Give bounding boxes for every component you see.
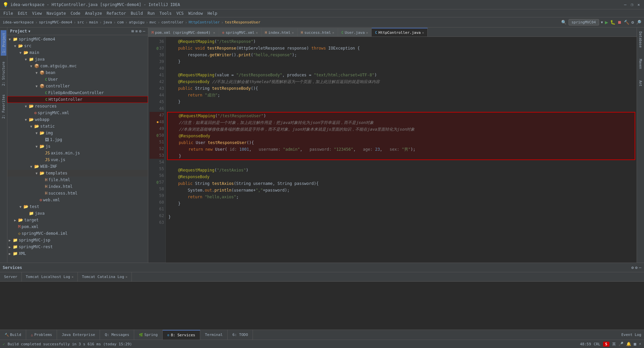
side-tab-database[interactable]: Database — [638, 29, 643, 50]
debug-button[interactable]: 🐛 — [610, 20, 615, 25]
nav-src[interactable]: src — [77, 20, 84, 24]
tree-item-springmvc-jsp[interactable]: ▶ 📁 springMVC-jsp — [7, 237, 148, 243]
project-tree[interactable]: ▼ 📁 springMVC-demo4 ▼ 📂 src ▼ 📂 main — [7, 35, 148, 263]
run-button[interactable]: ▶ — [605, 19, 608, 25]
tree-item-java[interactable]: ▼ 📁 java — [7, 56, 148, 63]
menu-edit[interactable]: Edit — [16, 10, 30, 16]
project-tool-expand[interactable]: ≡ — [135, 29, 138, 33]
menu-view[interactable]: View — [30, 10, 44, 16]
menu-run[interactable]: Run — [146, 10, 157, 16]
tree-item-pom-xml[interactable]: M pom.xml — [7, 223, 148, 230]
code-content-area[interactable]: @RequestMapping("/testResponse") public … — [166, 37, 637, 263]
app-tab-messages[interactable]: Q: Messages — [100, 330, 134, 340]
tab-close-icon[interactable]: ✕ — [256, 31, 258, 34]
tab-httpcontroller-java[interactable]: C HttpController.java ✕ — [372, 28, 428, 37]
tab-close-icon[interactable]: ✕ — [71, 275, 73, 279]
nav-httpcontroller[interactable]: HttpController — [189, 20, 220, 24]
tree-item-webapp[interactable]: ▼ 📂 webapp — [7, 116, 148, 123]
app-tab-java-enterprise[interactable]: Java Enterprise — [57, 330, 100, 340]
tab-springmvc-xml[interactable]: ⚙ springMVC.xml ✕ — [219, 28, 262, 37]
tree-item-main[interactable]: ▼ 📂 main — [7, 49, 148, 56]
tree-item-xml[interactable]: ▶ 📁 XML — [7, 250, 148, 257]
tree-item-resources[interactable]: ▼ 📂 resources — [7, 103, 148, 110]
tree-item-java-test[interactable]: 📁 java — [7, 210, 148, 217]
menu-file[interactable]: File — [1, 10, 15, 16]
menu-vcs[interactable]: VCS — [174, 10, 186, 16]
menu-window[interactable]: Window — [186, 10, 205, 16]
side-tab-maven[interactable]: Maven — [638, 56, 643, 72]
tree-item-axios[interactable]: JS axios.min.js — [7, 150, 148, 156]
nav-atguigu[interactable]: atguigu — [129, 20, 144, 24]
tree-item-user[interactable]: C User — [7, 76, 148, 83]
tree-item-httpcontroller[interactable]: C HttpController — [7, 96, 148, 103]
tree-item-webinf[interactable]: ▼ 📂 WEB-INF — [7, 163, 148, 170]
app-tab-problems[interactable]: △ Problems — [26, 330, 57, 340]
search-everywhere-icon[interactable]: 🔎 — [636, 20, 641, 25]
bottom-config-icon[interactable]: ⚙ — [635, 265, 638, 270]
nav-method[interactable]: testResponseUser — [225, 20, 260, 24]
project-dropdown-icon[interactable]: ▼ — [29, 29, 31, 33]
tab-close-icon[interactable]: ✕ — [332, 31, 334, 34]
tab-close-icon[interactable]: ✕ — [422, 31, 424, 34]
nav-main[interactable]: main — [89, 20, 98, 24]
app-tab-todo[interactable]: 6: TODO — [228, 330, 253, 340]
tree-item-package[interactable]: ▼ 📦 com.atguigu.mvc — [7, 63, 148, 69]
tree-item-iml[interactable]: ◇ springMVC-demo4.iml — [7, 230, 148, 237]
bottom-close-icon[interactable]: — — [639, 265, 641, 270]
tree-item-test[interactable]: ▼ 📂 test — [7, 203, 148, 210]
tree-item-file-html[interactable]: H file.html — [7, 177, 148, 183]
tree-item-bean[interactable]: ▼ 📦 bean — [7, 69, 148, 76]
menu-analyze[interactable]: Analyze — [83, 10, 104, 16]
tab-close-icon[interactable]: ✕ — [366, 31, 368, 34]
nav-controller[interactable]: controller — [161, 20, 183, 24]
tab-close-icon[interactable]: ✕ — [292, 31, 294, 34]
tab-close-icon[interactable]: ✕ — [213, 31, 215, 34]
stop-button[interactable]: ⏹ — [618, 20, 622, 25]
menu-navigate[interactable]: Navigate — [45, 10, 68, 16]
nav-mvc[interactable]: mvc — [150, 20, 156, 24]
minimize-button[interactable]: — — [623, 2, 628, 7]
tree-item-target[interactable]: ▶ 📂 target — [7, 217, 148, 223]
bottom-tab-server[interactable]: Server — [0, 272, 22, 282]
nav-idea-workspace[interactable]: idea-workspace — [3, 20, 34, 24]
tab-index-html[interactable]: H index.html ✕ — [262, 28, 298, 37]
tree-item-templates[interactable]: ▼ 📂 templates — [7, 170, 148, 177]
menu-code[interactable]: Code — [69, 10, 83, 16]
tab-pom-xml[interactable]: M pom.xml (springMVC-demo4) ✕ — [148, 28, 219, 37]
project-tool-settings[interactable]: ⚙ — [139, 29, 142, 33]
menu-tools[interactable]: Tools — [158, 10, 174, 16]
menu-refactor[interactable]: Refactor — [105, 10, 128, 16]
tree-item-success-html[interactable]: H success.html — [7, 190, 148, 197]
app-tab-terminal[interactable]: Terminal — [200, 330, 228, 340]
side-tab-project[interactable]: 1: Project — [1, 30, 6, 56]
close-button[interactable]: ✕ — [636, 2, 641, 7]
layout-icon[interactable]: ▦ — [634, 342, 636, 346]
tree-item-vue[interactable]: JS vue.js — [7, 156, 148, 163]
tree-item-controller[interactable]: ▼ 📦 controller — [7, 83, 148, 89]
tree-item-js[interactable]: ▼ 📂 js — [7, 143, 148, 150]
menu-help[interactable]: Help — [206, 10, 219, 16]
maximize-button[interactable]: ❐ — [629, 2, 635, 7]
nav-com[interactable]: com — [117, 20, 124, 24]
tree-item-fileupdown[interactable]: C FileUpAndDownController — [7, 89, 148, 96]
run-config-dropdown[interactable]: ▼ — [601, 20, 603, 24]
app-tab-services[interactable]: ⚙ 8: Services — [163, 330, 200, 340]
toolbar-settings-icon[interactable]: ⚙ — [631, 20, 634, 25]
code-editor[interactable]: 36 @37 38 39 40 41 42 43 44 45 46 47 ●48… — [148, 37, 637, 263]
side-tab-structure[interactable]: 2: Structure — [1, 59, 6, 88]
notification-icon[interactable]: 🔔 — [626, 342, 631, 346]
build-icon[interactable]: 🔨 — [624, 20, 629, 25]
app-tab-build[interactable]: 🔨 Build — [0, 330, 26, 340]
tree-item-springmvc-demo4[interactable]: ▼ 📁 springMVC-demo4 — [7, 36, 148, 43]
event-log-button[interactable]: Event Log — [621, 333, 641, 337]
bottom-settings-icon[interactable]: ⚙ — [631, 265, 634, 270]
tree-item-springmvc-xml[interactable]: ⚙ springMVC.xml — [7, 110, 148, 116]
bottom-tab-tomcat-catalina[interactable]: Tomcat Catalina Log ✕ — [78, 272, 132, 282]
tree-item-src[interactable]: ▼ 📂 src — [7, 43, 148, 49]
project-tool-hide[interactable]: — — [143, 29, 145, 33]
tree-item-springmvc-rest[interactable]: ▶ 📁 springMVC-rest — [7, 243, 148, 250]
bottom-tab-tomcat-localhost[interactable]: Tomcat Localhost Log ✕ — [22, 272, 78, 282]
tab-user-java[interactable]: C User.java ✕ — [338, 28, 372, 37]
project-tool-collapse[interactable]: ⊞ — [131, 29, 134, 33]
tree-item-web-xml[interactable]: ⚙ web.xml — [7, 197, 148, 203]
